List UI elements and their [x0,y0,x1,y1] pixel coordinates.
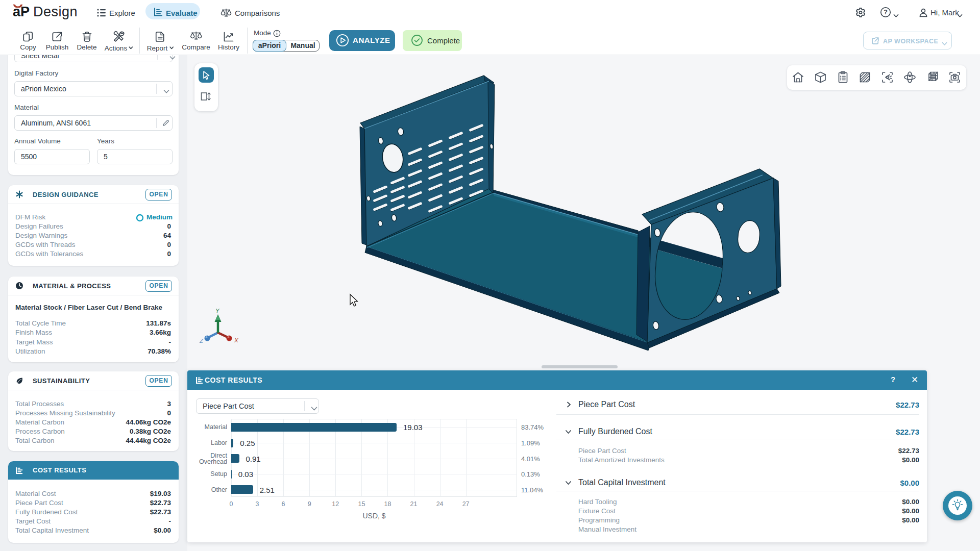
svg-text:?: ? [884,9,888,16]
svg-text:X: X [234,337,239,343]
svg-text:Y: Y [215,308,220,314]
svg-text:Z: Z [199,338,204,344]
